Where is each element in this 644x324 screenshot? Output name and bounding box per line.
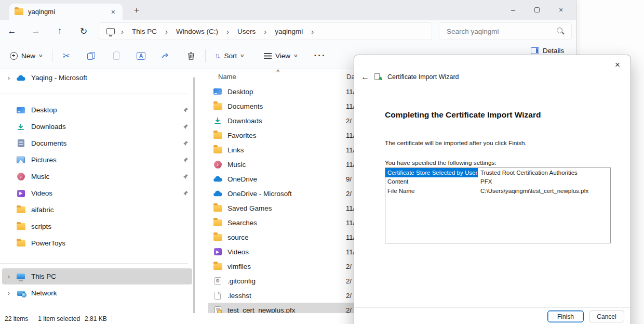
forward-button[interactable]: → bbox=[27, 22, 45, 40]
sidebar-item-onedrive[interactable]: › Yaqing - Microsoft bbox=[2, 70, 192, 86]
chevron-right-icon: › bbox=[160, 27, 173, 36]
sidebar-item-videos[interactable]: ▶ Videos bbox=[2, 185, 192, 201]
folder-icon bbox=[212, 132, 223, 139]
maximize-button[interactable] bbox=[525, 1, 549, 19]
finish-button[interactable]: Finish bbox=[547, 310, 584, 322]
dialog-close-icon[interactable]: × bbox=[611, 58, 624, 72]
sidebar-item-label: Yaqing - Microsoft bbox=[31, 74, 192, 82]
rename-button[interactable]: A bbox=[131, 46, 152, 65]
sidebar-item-desktop[interactable]: Desktop bbox=[2, 102, 192, 118]
cut-button[interactable]: ✂ bbox=[56, 46, 77, 65]
sidebar-item-this-pc[interactable]: › This PC bbox=[2, 268, 192, 284]
sidebar-item-scripts[interactable]: scripts bbox=[2, 218, 192, 235]
maximize-icon bbox=[534, 7, 540, 12]
chevron-expand-icon[interactable]: › bbox=[2, 289, 16, 297]
share-button[interactable] bbox=[156, 46, 177, 65]
chevron-expand-icon[interactable]: › bbox=[2, 74, 16, 82]
chevron-down-icon: ∨ bbox=[240, 53, 245, 58]
sidebar-item-label: scripts bbox=[31, 223, 192, 230]
view-list-icon bbox=[264, 53, 272, 59]
paste-button[interactable] bbox=[106, 46, 127, 65]
sidebar-item-aifabric[interactable]: aifabric bbox=[2, 202, 192, 218]
explorer-tab[interactable]: yaqingmi × bbox=[9, 4, 123, 20]
sidebar-item-label: Pictures bbox=[31, 156, 179, 164]
onedrive-cloud-icon bbox=[212, 176, 223, 182]
breadcrumb-users[interactable]: Users bbox=[234, 27, 259, 36]
more-options-button[interactable]: ··· bbox=[308, 46, 332, 65]
delete-button[interactable] bbox=[181, 46, 202, 65]
close-button[interactable]: × bbox=[549, 1, 573, 19]
sidebar-item-downloads[interactable]: Downloads bbox=[2, 119, 192, 135]
share-icon bbox=[162, 51, 171, 60]
folder-icon bbox=[212, 234, 223, 241]
videos-icon: ▶ bbox=[16, 190, 26, 197]
sidebar-item-label: Downloads bbox=[31, 123, 179, 131]
sidebar-item-label: Network bbox=[31, 289, 192, 297]
search-input[interactable] bbox=[439, 28, 556, 35]
sidebar-item-label: Music bbox=[31, 173, 179, 180]
folder-icon bbox=[212, 263, 223, 270]
back-button[interactable]: ← bbox=[3, 22, 21, 40]
plus-circle-icon bbox=[10, 52, 18, 60]
copy-button[interactable] bbox=[81, 46, 102, 65]
sort-ascending-icon: ∧ bbox=[275, 68, 280, 73]
setting-row-content[interactable]: Content PFX bbox=[385, 177, 610, 187]
tab-title: yaqingmi bbox=[28, 8, 104, 16]
navigation-bar: ← → ↑ ↻ › This PC › Windows (C:) › Users… bbox=[0, 20, 576, 43]
view-button-label: View bbox=[275, 52, 290, 60]
address-bar[interactable]: › This PC › Windows (C:) › Users › yaqin… bbox=[99, 22, 432, 40]
setting-row-certificate-store[interactable]: Certificate Store Selected by User Trust… bbox=[385, 168, 610, 177]
sidebar-item-label: aifabric bbox=[31, 206, 192, 214]
details-button-label: Details bbox=[543, 47, 564, 55]
folder-icon bbox=[16, 206, 26, 213]
search-box[interactable] bbox=[439, 22, 572, 40]
file-icon bbox=[212, 292, 223, 300]
sidebar-item-documents[interactable]: Documents bbox=[2, 135, 192, 151]
setting-row-file-name[interactable]: File Name C:\Users\yaqingmi\test_cert_ne… bbox=[385, 186, 610, 196]
breadcrumb-windows-c[interactable]: Windows (C:) bbox=[173, 27, 221, 36]
dialog-footer-divider bbox=[354, 307, 630, 308]
sidebar-item-label: Documents bbox=[31, 139, 179, 147]
chevron-right-icon: › bbox=[116, 27, 129, 36]
chevron-down-icon: ∨ bbox=[38, 53, 43, 58]
sidebar-item-network[interactable]: › Network bbox=[2, 285, 192, 301]
view-button[interactable]: View ∨ bbox=[258, 46, 303, 65]
sidebar-item-powertoys[interactable]: PowerToys bbox=[2, 235, 192, 251]
copy-icon bbox=[87, 52, 95, 60]
this-pc-icon bbox=[106, 28, 115, 34]
settings-list: Certificate Store Selected by User Trust… bbox=[385, 167, 611, 243]
status-divider bbox=[112, 315, 112, 322]
sort-button-label: Sort bbox=[224, 52, 237, 60]
details-pane-button[interactable]: Details bbox=[531, 47, 564, 55]
refresh-button[interactable]: ↻ bbox=[75, 22, 92, 40]
new-button-label: New bbox=[21, 52, 35, 60]
downloads-icon bbox=[212, 117, 223, 124]
sidebar-scrollbar[interactable] bbox=[193, 77, 195, 314]
chevron-expand-icon[interactable]: › bbox=[2, 273, 16, 280]
documents-icon bbox=[16, 139, 26, 147]
minimize-button[interactable]: – bbox=[501, 1, 525, 19]
sidebar-item-label: This PC bbox=[31, 273, 192, 280]
desktop-icon bbox=[212, 88, 223, 95]
tab-close-icon[interactable]: × bbox=[109, 8, 117, 16]
this-pc-icon bbox=[16, 274, 26, 279]
selection-size: 2.81 KB bbox=[85, 315, 107, 322]
cancel-button[interactable]: Cancel bbox=[589, 310, 624, 322]
pin-icon bbox=[179, 124, 192, 129]
folder-icon bbox=[16, 223, 26, 230]
new-button[interactable]: New ∨ bbox=[4, 46, 48, 65]
dialog-back-icon[interactable]: ← bbox=[361, 72, 369, 82]
breadcrumb-yaqingmi[interactable]: yaqingmi bbox=[272, 27, 306, 36]
music-icon: ♪ bbox=[16, 173, 26, 180]
config-file-icon: ⚙ bbox=[212, 277, 223, 285]
column-divider[interactable] bbox=[342, 63, 342, 76]
chevron-right-icon: › bbox=[221, 27, 234, 36]
breadcrumb-this-pc[interactable]: This PC bbox=[129, 27, 160, 36]
sidebar-item-pictures[interactable]: Pictures bbox=[2, 152, 192, 168]
new-tab-button[interactable]: + bbox=[129, 3, 144, 18]
column-header-name[interactable]: Name bbox=[218, 73, 236, 81]
paste-icon bbox=[113, 52, 119, 60]
sidebar-item-music[interactable]: ♪ Music bbox=[2, 169, 192, 185]
sort-button[interactable]: ↑↓ Sort ∨ bbox=[209, 46, 250, 65]
up-button[interactable]: ↑ bbox=[51, 22, 69, 40]
